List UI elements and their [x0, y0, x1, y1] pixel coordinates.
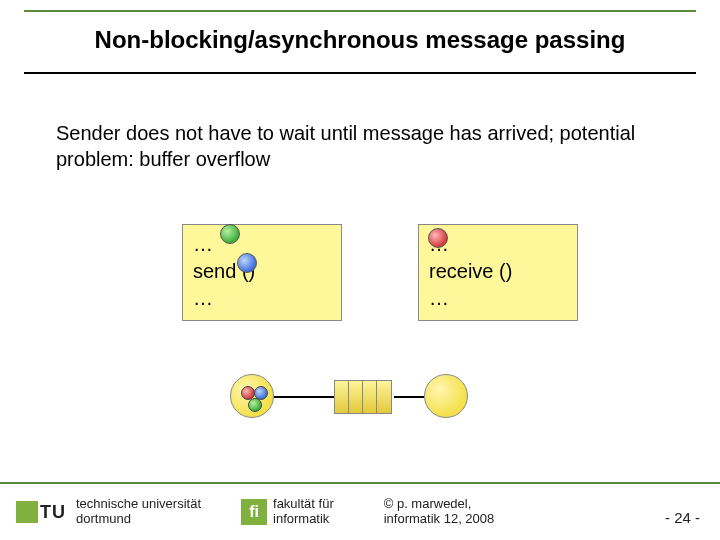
mini-ball-blue-icon [254, 386, 268, 400]
receiver-line3: … [429, 285, 567, 312]
connector-line-right [394, 396, 424, 398]
mini-ball-green-icon [248, 398, 262, 412]
message-ball-blue-icon [237, 253, 257, 273]
tu-logo: TU [16, 501, 66, 523]
connector-line-left [274, 396, 334, 398]
slide-footer: TU technische universität dortmund fi fa… [0, 482, 720, 540]
faculty-name: fakultät für informatik [273, 497, 334, 527]
university-name: technische universität dortmund [76, 497, 201, 527]
message-ball-green-icon [220, 224, 240, 244]
faculty-line2: informatik [273, 512, 334, 527]
university-line2: dortmund [76, 512, 201, 527]
tu-logo-square-icon [16, 501, 38, 523]
faculty-logo: fi fakultät für informatik [241, 497, 334, 527]
copyright-block: © p. marwedel, informatik 12, 2008 [384, 497, 495, 527]
university-line1: technische universität [76, 497, 201, 512]
buffer-cell [363, 381, 377, 413]
faculty-line1: fakultät für [273, 497, 334, 512]
top-divider [24, 10, 696, 12]
receiver-node-icon [424, 374, 468, 418]
buffer-cell [349, 381, 363, 413]
copyright-line1: © p. marwedel, [384, 497, 495, 512]
sender-line1: … [193, 231, 331, 258]
sender-line3: … [193, 285, 331, 312]
buffer-cell [335, 381, 349, 413]
buffer-queue-icon [334, 380, 392, 414]
copyright-line2: informatik 12, 2008 [384, 512, 495, 527]
title-divider [24, 72, 696, 74]
receiver-line2: receive () [429, 258, 567, 285]
slide-title: Non-blocking/asynchronous message passin… [0, 26, 720, 54]
sender-line2: send () [193, 258, 331, 285]
slide-body-text: Sender does not have to wait until messa… [56, 120, 664, 172]
sender-code-box: … send () … [182, 224, 342, 321]
message-ball-red-icon [428, 228, 448, 248]
page-number: - 24 - [665, 509, 700, 526]
buffer-diagram [0, 366, 720, 426]
tu-logo-text: TU [40, 502, 66, 523]
buffer-cell [377, 381, 391, 413]
fi-badge-icon: fi [241, 499, 267, 525]
receiver-line1: … [429, 231, 567, 258]
